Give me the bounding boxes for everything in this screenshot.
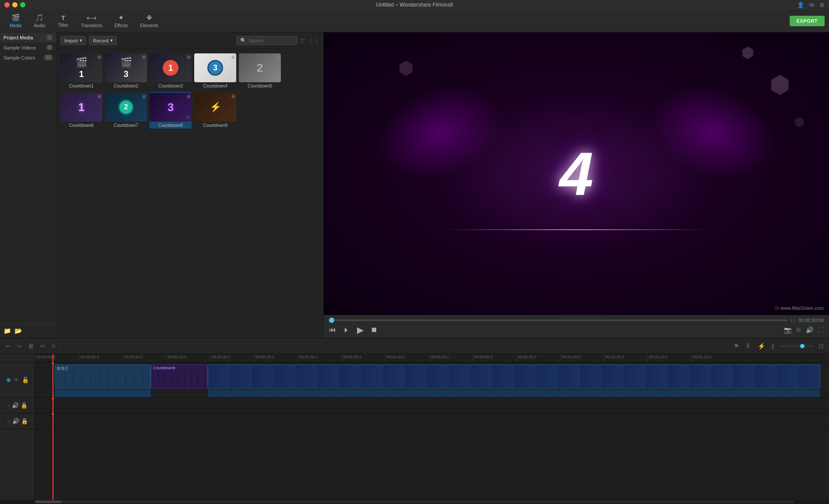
title-bar: Untitled – Wondershare Filmora9 👤 ✉ ⚙ [0,0,829,10]
close-button[interactable] [4,2,10,7]
play-button[interactable]: ▶ [357,325,364,335]
transitions-icon: ⟷ [87,14,97,22]
media-item-countdown9[interactable]: ⚡ ⊞ Countdown9 [194,92,236,129]
eye-icon[interactable]: 👁 [14,377,19,383]
audio2-lock-icon[interactable]: 🔒 [21,418,28,424]
clip-countdown8[interactable]: Countdown8 [151,364,208,388]
toolbar-elements[interactable]: ❖ Elements [135,12,164,30]
media-item-countdown1[interactable]: 🎬 1 ⊞ Countdown1 [60,52,102,89]
settings-icon[interactable]: ⚙ [819,2,825,8]
fit-button[interactable]: ⊡ [817,341,826,351]
share-icon[interactable]: ✉ [809,2,814,8]
ruler-9: 00:00:45:1 [429,354,472,362]
thumbnail-countdown9: ⚡ ⊞ [194,93,236,122]
timeline-scrollbar [0,500,829,504]
ruler-7: 00:00:35:1 [341,354,385,362]
profile-icon[interactable]: 👤 [797,2,804,8]
maximize-button[interactable] [20,2,25,7]
toolbar-titles[interactable]: T Titles [52,12,74,29]
lock-icon[interactable]: 🔓 [22,377,29,383]
delete-button[interactable]: 🗑 [26,341,36,351]
grid-icon[interactable]: ⋮⋮ [308,37,320,44]
audio-icon: 🎵 [35,14,44,22]
toolbar-effects[interactable]: ✦ Effects [109,12,133,30]
media-item-countdown7[interactable]: 2 ⊞ Countdown7 [105,92,147,129]
timeline-container: ↩ ↪ 🗑 ✂ ≡ ⚑ 🎙 ⚡ ⟫ ⊡ ⊕ 👁 🔓 [0,338,829,504]
media-item-countdown6[interactable]: 1 ⊞ Countdown6 [60,92,102,129]
sidebar-item-project-media[interactable]: Project Media 1 [0,32,56,42]
preview-area: 4 Ⓜ www.MacDown.com { } 00:00:00:00 [324,32,829,338]
left-panel: Project Media 1 Sample Videos 9 Sample C… [0,32,57,338]
timeline-main: ⊕ 👁 🔓 ♪ 🔊 🔒 ♫ 🔊 🔒 00:00:00:0 00:00: [0,354,829,500]
fullscreen-icon[interactable]: ⛶ [818,326,824,333]
scrollbar-track[interactable] [35,500,794,503]
toolbar-audio[interactable]: 🎵 Audio [28,12,50,30]
track-label-audio2: ♫ 🔊 🔒 [0,413,35,429]
media-item-countdown2[interactable]: 🎬 3 ⊞ Countdown2 [105,52,147,89]
playhead-audio [52,398,53,413]
thumbnail-countdown3: 1 ⊞ [150,53,192,82]
progress-handle[interactable] [329,318,334,323]
undo-button[interactable]: ↩ [3,341,12,351]
thumbnail-countdown7: 2 ⊞ [105,93,147,122]
thumbnail-countdown8: 3 ⊞ ✓ [150,93,192,122]
ruler-8: 00:00:40:1 [385,354,429,362]
audio-track-2 [35,413,829,429]
main-toolbar: 🎬 Media 🎵 Audio T Titles ⟷ Transitions ✦… [0,10,829,32]
sidebar-item-sample-videos[interactable]: Sample Videos 9 [0,42,56,52]
redo-button[interactable]: ↪ [15,341,24,351]
chevron-down-icon: ▾ [80,38,82,43]
more-button[interactable]: ≡ [50,341,57,351]
media-item-countdown3[interactable]: 1 ⊞ Countdown3 [150,52,192,89]
thumbnail-countdown5: 2 ⊞ [239,53,281,82]
rewind-button[interactable]: ⏮ [329,326,336,334]
new-folder-icon[interactable]: 📂 [14,327,22,334]
audio-eye-icon[interactable]: 🔊 [12,402,19,409]
ruler-12: 00:01:00:2 [560,354,604,362]
clip-label-countdown: Countdown8 [153,366,175,370]
speed-button[interactable]: ⚡ [756,341,767,351]
import-dropdown[interactable]: Import ▾ [60,36,86,45]
marker-button[interactable]: ⚑ [732,341,741,351]
search-input[interactable] [248,38,294,43]
record-dropdown[interactable]: Record ▾ [89,36,116,45]
snapshot-icon[interactable]: 📷 [784,326,791,333]
overlay-icon: ⊞ [231,94,235,99]
audio-lock-icon[interactable]: 🔒 [21,402,28,409]
cut-button[interactable]: ✂ [38,341,47,351]
media-item-countdown5[interactable]: 2 ⊞ Countdown5 [239,52,281,89]
zoom-slider[interactable] [779,345,814,347]
media-item-countdown8[interactable]: 3 ⊞ ✓ Countdown8 [150,92,192,129]
media-item-countdown4[interactable]: 3 ⊞ Countdown4 [194,52,236,89]
minimize-button[interactable] [12,2,17,7]
stop-button[interactable]: ⏹ [371,326,378,334]
overlay-icon: ⊞ [187,55,190,60]
add-folder-icon[interactable]: 📁 [3,327,11,334]
progress-track[interactable] [329,319,787,321]
clip-label-main: 航海王 [57,366,69,371]
volume-icon[interactable]: 🔊 [806,326,813,333]
export-button[interactable]: EXPORT [790,16,825,26]
transition-button[interactable]: ⟫ [770,341,777,351]
ruler-1: 00:00:05:0 [79,354,122,362]
search-box[interactable]: 🔍 [236,36,297,45]
preview-time-display: { } 00:00:00:00 [791,318,824,323]
toolbar-transitions[interactable]: ⟷ Transitions [76,12,108,30]
overlay-icon: ⊞ [142,94,146,99]
clip-anime-long[interactable] [208,364,820,388]
sidebar-item-sample-colors[interactable]: Sample Colors 15 [0,52,56,63]
toolbar-media[interactable]: 🎬 Media [4,12,27,30]
step-back-button[interactable]: ⏵ [343,326,350,334]
settings-icon[interactable]: ⚙ [796,326,801,333]
preview-background: 4 Ⓜ www.MacDown.com [324,32,829,315]
clip-main-video[interactable]: 航海王 [55,364,151,388]
zoom-handle[interactable] [800,344,805,348]
audio2-eye-icon[interactable]: 🔊 [12,418,19,424]
audio-detect-button[interactable]: 🎙 [744,341,753,351]
ruler-13: 00:01:05:2 [604,354,647,362]
ruler-11: 00:00:55:2 [516,354,560,362]
music-icon: ♪ [7,402,10,409]
scrollbar-thumb[interactable] [35,500,61,503]
filter-icon[interactable]: ▽ [300,37,305,44]
effects-icon: ✦ [118,14,124,22]
